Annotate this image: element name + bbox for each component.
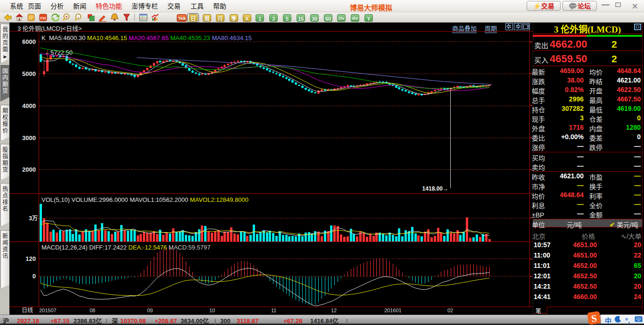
svg-text:3万: 3万 [29, 214, 38, 222]
svg-text:1418.00→: 1418.00→ [422, 185, 448, 192]
svg-text:0: 0 [33, 273, 36, 280]
svg-text:10: 10 [209, 308, 215, 313]
svg-text:3000: 3000 [22, 134, 36, 142]
svg-text:6000: 6000 [22, 38, 36, 45]
svg-text:5000: 5000 [22, 70, 36, 77]
svg-text:201507: 201507 [39, 308, 57, 313]
svg-text:08: 08 [90, 308, 95, 313]
svg-text:F10: F10 [40, 17, 46, 20]
svg-text:日线: 日线 [22, 306, 33, 314]
svg-text:+: + [65, 15, 67, 19]
svg-text:201601: 201601 [384, 308, 402, 313]
svg-text:12: 12 [331, 308, 337, 313]
svg-text:09: 09 [147, 308, 153, 313]
svg-text:02: 02 [447, 308, 453, 313]
svg-text:120: 120 [25, 255, 36, 262]
svg-text:11: 11 [271, 308, 276, 313]
svg-text:-: - [78, 15, 79, 19]
svg-text:4000: 4000 [22, 102, 36, 109]
svg-text:2000: 2000 [22, 166, 36, 173]
